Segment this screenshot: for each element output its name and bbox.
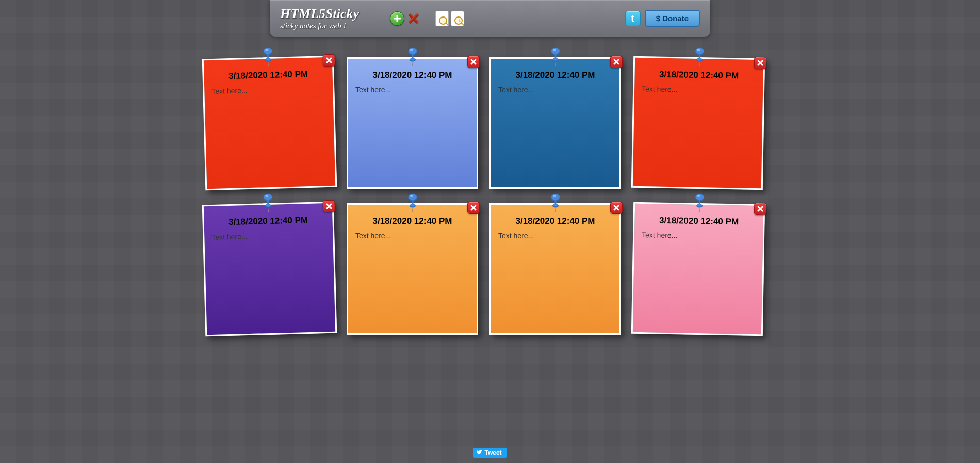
close-note-button[interactable] (467, 202, 480, 214)
close-note-button[interactable] (610, 56, 623, 68)
close-note-button[interactable] (610, 202, 623, 214)
svg-point-17 (553, 58, 558, 61)
close-note-button[interactable] (754, 203, 766, 215)
svg-point-37 (551, 194, 560, 200)
pin-icon (691, 193, 707, 213)
close-note-button[interactable] (323, 54, 336, 67)
zoom-in-button[interactable]: + (451, 11, 464, 26)
note-text[interactable]: Text here... (642, 230, 756, 241)
svg-point-35 (410, 204, 415, 207)
note-text[interactable]: Text here... (498, 86, 612, 94)
pin-icon (260, 47, 276, 68)
svg-point-14 (553, 49, 556, 51)
sticky-note[interactable]: 3/18/2020 12:40 PM Text here... (202, 56, 337, 191)
svg-point-8 (410, 49, 413, 51)
pin-icon (548, 47, 563, 67)
pin-icon (691, 47, 707, 68)
note-text[interactable]: Text here... (211, 84, 325, 95)
pin-icon (260, 193, 276, 213)
pin-icon (691, 193, 707, 213)
svg-point-32 (410, 195, 413, 197)
pin-icon (260, 47, 276, 68)
toolbar-buttons: − + (390, 11, 464, 26)
note-text[interactable]: Text here... (355, 86, 469, 94)
zoom-out-button[interactable]: − (435, 11, 449, 26)
note-date: 3/18/2020 12:40 PM (211, 214, 325, 228)
note-text[interactable]: Text here... (498, 231, 612, 240)
tweet-label: Tweet (484, 449, 501, 456)
note-date: 3/18/2020 12:40 PM (355, 216, 469, 226)
note-text[interactable]: Text here... (211, 230, 325, 241)
notes-area: 3/18/2020 12:40 PM Text here... 3/18/202… (204, 57, 776, 335)
svg-point-11 (410, 58, 415, 61)
pin-icon (548, 193, 563, 213)
pin-icon (260, 193, 276, 213)
note-date: 3/18/2020 12:40 PM (498, 216, 612, 226)
app-title: HTML5Sticky (280, 6, 359, 22)
note-date: 3/18/2020 12:40 PM (355, 70, 469, 80)
note-date: 3/18/2020 12:40 PM (498, 70, 612, 80)
pin-icon (691, 47, 707, 68)
svg-point-41 (553, 204, 558, 207)
note-text[interactable]: Text here... (355, 231, 469, 240)
note-text[interactable]: Text here... (642, 85, 756, 95)
pin-icon (405, 47, 420, 67)
add-note-button[interactable] (390, 11, 404, 26)
sticky-note[interactable]: 3/18/2020 12:40 PM Text here... (489, 57, 621, 189)
sticky-note[interactable]: 3/18/2020 12:40 PM Text here... (202, 202, 337, 337)
app-subtitle: sticky notes for web ! (280, 22, 359, 30)
pin-icon (548, 193, 563, 213)
svg-point-7 (409, 48, 417, 54)
logo-section: HTML5Sticky sticky notes for web ! (280, 6, 359, 30)
twitter-bird-icon (476, 450, 482, 456)
svg-point-38 (553, 195, 556, 197)
note-date: 3/18/2020 12:40 PM (642, 215, 756, 227)
close-note-button[interactable] (467, 56, 480, 68)
close-note-button[interactable] (323, 200, 336, 213)
pin-icon (405, 193, 420, 213)
note-date: 3/18/2020 12:40 PM (642, 69, 756, 81)
close-note-button[interactable] (754, 57, 766, 69)
sticky-note[interactable]: 3/18/2020 12:40 PM Text here... (631, 56, 765, 190)
svg-point-31 (409, 194, 417, 200)
note-date: 3/18/2020 12:40 PM (211, 69, 325, 82)
sticky-note[interactable]: 3/18/2020 12:40 PM Text here... (347, 203, 478, 335)
twitter-button[interactable]: t (625, 11, 641, 26)
sticky-note[interactable]: 3/18/2020 12:40 PM Text here... (489, 203, 621, 335)
pin-icon (405, 193, 420, 213)
toolbar-right: t $ Donate (625, 10, 700, 27)
tweet-widget[interactable]: Tweet (473, 448, 507, 458)
donate-button[interactable]: $ Donate (645, 10, 700, 27)
svg-point-13 (551, 48, 560, 54)
pin-icon (405, 47, 420, 67)
toolbar: HTML5Sticky sticky notes for web ! − + t… (270, 0, 710, 37)
pin-icon (548, 47, 563, 67)
sticky-note[interactable]: 3/18/2020 12:40 PM Text here... (631, 202, 765, 336)
delete-all-button[interactable] (406, 11, 421, 26)
sticky-note[interactable]: 3/18/2020 12:40 PM Text here... (347, 57, 478, 189)
